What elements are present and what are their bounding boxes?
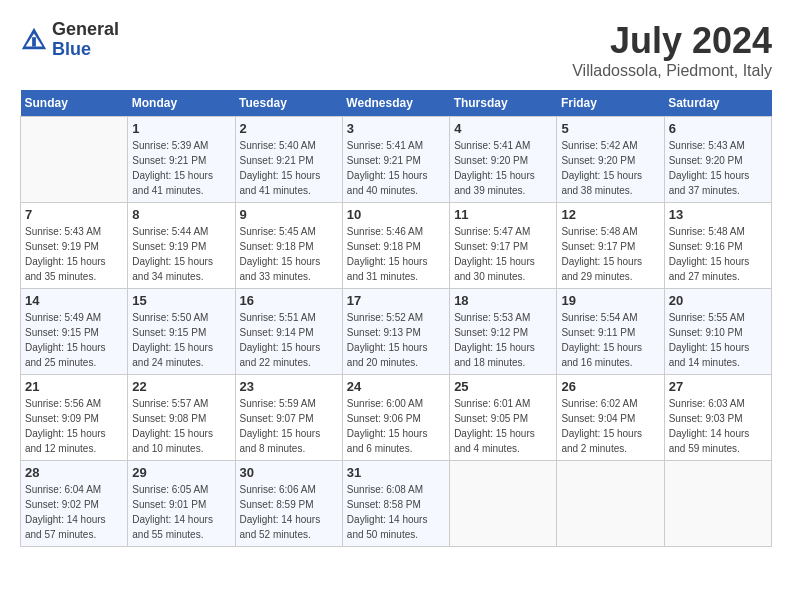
calendar-cell: 16Sunrise: 5:51 AMSunset: 9:14 PMDayligh… [235,289,342,375]
day-header-monday: Monday [128,90,235,117]
day-number: 20 [669,293,767,308]
day-info: Sunrise: 6:04 AMSunset: 9:02 PMDaylight:… [25,482,123,542]
day-info: Sunrise: 5:41 AMSunset: 9:21 PMDaylight:… [347,138,445,198]
calendar-week-2: 7Sunrise: 5:43 AMSunset: 9:19 PMDaylight… [21,203,772,289]
calendar-cell: 15Sunrise: 5:50 AMSunset: 9:15 PMDayligh… [128,289,235,375]
day-header-tuesday: Tuesday [235,90,342,117]
day-header-thursday: Thursday [450,90,557,117]
day-number: 11 [454,207,552,222]
day-info: Sunrise: 5:50 AMSunset: 9:15 PMDaylight:… [132,310,230,370]
day-number: 5 [561,121,659,136]
day-info: Sunrise: 6:03 AMSunset: 9:03 PMDaylight:… [669,396,767,456]
calendar-cell: 11Sunrise: 5:47 AMSunset: 9:17 PMDayligh… [450,203,557,289]
calendar-cell: 14Sunrise: 5:49 AMSunset: 9:15 PMDayligh… [21,289,128,375]
day-header-saturday: Saturday [664,90,771,117]
day-number: 22 [132,379,230,394]
day-number: 8 [132,207,230,222]
calendar-cell: 23Sunrise: 5:59 AMSunset: 9:07 PMDayligh… [235,375,342,461]
title-block: July 2024 Villadossola, Piedmont, Italy [572,20,772,80]
calendar-cell: 31Sunrise: 6:08 AMSunset: 8:58 PMDayligh… [342,461,449,547]
day-number: 13 [669,207,767,222]
location: Villadossola, Piedmont, Italy [572,62,772,80]
day-info: Sunrise: 5:56 AMSunset: 9:09 PMDaylight:… [25,396,123,456]
calendar-cell [557,461,664,547]
day-info: Sunrise: 6:06 AMSunset: 8:59 PMDaylight:… [240,482,338,542]
day-number: 12 [561,207,659,222]
day-info: Sunrise: 5:43 AMSunset: 9:20 PMDaylight:… [669,138,767,198]
logo-icon [20,26,48,54]
calendar-cell: 30Sunrise: 6:06 AMSunset: 8:59 PMDayligh… [235,461,342,547]
calendar-week-4: 21Sunrise: 5:56 AMSunset: 9:09 PMDayligh… [21,375,772,461]
day-info: Sunrise: 5:53 AMSunset: 9:12 PMDaylight:… [454,310,552,370]
calendar-week-5: 28Sunrise: 6:04 AMSunset: 9:02 PMDayligh… [21,461,772,547]
calendar-cell: 13Sunrise: 5:48 AMSunset: 9:16 PMDayligh… [664,203,771,289]
header-row: SundayMondayTuesdayWednesdayThursdayFrid… [21,90,772,117]
calendar-cell: 6Sunrise: 5:43 AMSunset: 9:20 PMDaylight… [664,117,771,203]
page-header: General Blue July 2024 Villadossola, Pie… [20,20,772,80]
day-number: 7 [25,207,123,222]
calendar-cell [21,117,128,203]
calendar-cell: 19Sunrise: 5:54 AMSunset: 9:11 PMDayligh… [557,289,664,375]
day-info: Sunrise: 5:42 AMSunset: 9:20 PMDaylight:… [561,138,659,198]
day-info: Sunrise: 5:52 AMSunset: 9:13 PMDaylight:… [347,310,445,370]
day-info: Sunrise: 5:49 AMSunset: 9:15 PMDaylight:… [25,310,123,370]
calendar-table: SundayMondayTuesdayWednesdayThursdayFrid… [20,90,772,547]
day-info: Sunrise: 5:51 AMSunset: 9:14 PMDaylight:… [240,310,338,370]
day-number: 29 [132,465,230,480]
day-number: 25 [454,379,552,394]
day-info: Sunrise: 5:59 AMSunset: 9:07 PMDaylight:… [240,396,338,456]
calendar-cell: 8Sunrise: 5:44 AMSunset: 9:19 PMDaylight… [128,203,235,289]
day-number: 9 [240,207,338,222]
day-info: Sunrise: 5:44 AMSunset: 9:19 PMDaylight:… [132,224,230,284]
calendar-cell: 21Sunrise: 5:56 AMSunset: 9:09 PMDayligh… [21,375,128,461]
day-info: Sunrise: 5:46 AMSunset: 9:18 PMDaylight:… [347,224,445,284]
logo-blue: Blue [52,40,119,60]
calendar-cell [664,461,771,547]
day-number: 2 [240,121,338,136]
calendar-cell: 4Sunrise: 5:41 AMSunset: 9:20 PMDaylight… [450,117,557,203]
day-number: 30 [240,465,338,480]
day-info: Sunrise: 5:48 AMSunset: 9:17 PMDaylight:… [561,224,659,284]
calendar-cell: 18Sunrise: 5:53 AMSunset: 9:12 PMDayligh… [450,289,557,375]
day-number: 26 [561,379,659,394]
day-info: Sunrise: 5:57 AMSunset: 9:08 PMDaylight:… [132,396,230,456]
day-info: Sunrise: 6:05 AMSunset: 9:01 PMDaylight:… [132,482,230,542]
day-info: Sunrise: 5:43 AMSunset: 9:19 PMDaylight:… [25,224,123,284]
calendar-cell: 28Sunrise: 6:04 AMSunset: 9:02 PMDayligh… [21,461,128,547]
calendar-cell: 29Sunrise: 6:05 AMSunset: 9:01 PMDayligh… [128,461,235,547]
day-number: 15 [132,293,230,308]
calendar-cell: 5Sunrise: 5:42 AMSunset: 9:20 PMDaylight… [557,117,664,203]
logo: General Blue [20,20,119,60]
calendar-cell: 24Sunrise: 6:00 AMSunset: 9:06 PMDayligh… [342,375,449,461]
calendar-cell: 12Sunrise: 5:48 AMSunset: 9:17 PMDayligh… [557,203,664,289]
day-number: 24 [347,379,445,394]
calendar-week-1: 1Sunrise: 5:39 AMSunset: 9:21 PMDaylight… [21,117,772,203]
day-info: Sunrise: 6:01 AMSunset: 9:05 PMDaylight:… [454,396,552,456]
calendar-cell: 27Sunrise: 6:03 AMSunset: 9:03 PMDayligh… [664,375,771,461]
day-number: 16 [240,293,338,308]
calendar-cell: 2Sunrise: 5:40 AMSunset: 9:21 PMDaylight… [235,117,342,203]
day-header-sunday: Sunday [21,90,128,117]
day-number: 4 [454,121,552,136]
calendar-cell: 1Sunrise: 5:39 AMSunset: 9:21 PMDaylight… [128,117,235,203]
day-info: Sunrise: 5:40 AMSunset: 9:21 PMDaylight:… [240,138,338,198]
calendar-cell: 20Sunrise: 5:55 AMSunset: 9:10 PMDayligh… [664,289,771,375]
day-number: 3 [347,121,445,136]
day-number: 18 [454,293,552,308]
day-info: Sunrise: 5:45 AMSunset: 9:18 PMDaylight:… [240,224,338,284]
day-number: 14 [25,293,123,308]
calendar-cell: 9Sunrise: 5:45 AMSunset: 9:18 PMDaylight… [235,203,342,289]
day-info: Sunrise: 6:08 AMSunset: 8:58 PMDaylight:… [347,482,445,542]
day-header-wednesday: Wednesday [342,90,449,117]
calendar-cell: 25Sunrise: 6:01 AMSunset: 9:05 PMDayligh… [450,375,557,461]
month-year: July 2024 [572,20,772,62]
calendar-cell [450,461,557,547]
day-number: 23 [240,379,338,394]
day-number: 27 [669,379,767,394]
calendar-cell: 7Sunrise: 5:43 AMSunset: 9:19 PMDaylight… [21,203,128,289]
calendar-cell: 22Sunrise: 5:57 AMSunset: 9:08 PMDayligh… [128,375,235,461]
day-number: 10 [347,207,445,222]
day-number: 1 [132,121,230,136]
calendar-cell: 17Sunrise: 5:52 AMSunset: 9:13 PMDayligh… [342,289,449,375]
day-number: 6 [669,121,767,136]
